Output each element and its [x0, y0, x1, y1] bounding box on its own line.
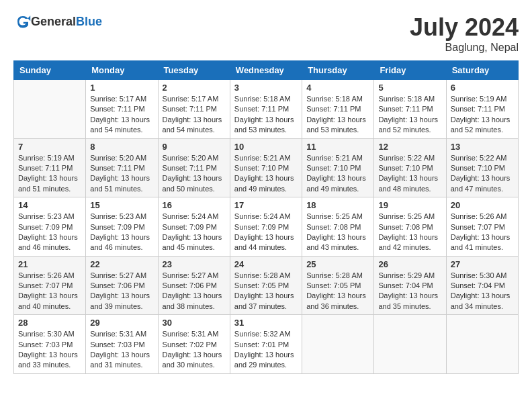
- table-row: 4Sunrise: 5:18 AMSunset: 7:11 PMDaylight…: [302, 80, 374, 139]
- day-number: 13: [451, 142, 514, 152]
- day-number: 31: [234, 318, 298, 328]
- table-row: 3Sunrise: 5:18 AMSunset: 7:11 PMDaylight…: [230, 80, 302, 139]
- table-row: 30Sunrise: 5:31 AMSunset: 7:02 PMDayligh…: [158, 315, 230, 374]
- table-row: 1Sunrise: 5:17 AMSunset: 7:11 PMDaylight…: [86, 80, 158, 139]
- col-monday: Monday: [86, 61, 158, 80]
- day-info: Sunrise: 5:26 AMSunset: 7:07 PMDaylight:…: [18, 271, 81, 312]
- table-row: 7Sunrise: 5:19 AMSunset: 7:11 PMDaylight…: [14, 138, 86, 197]
- calendar-week-row: 28Sunrise: 5:30 AMSunset: 7:03 PMDayligh…: [14, 315, 519, 374]
- day-number: 20: [451, 200, 514, 210]
- table-row: 11Sunrise: 5:21 AMSunset: 7:10 PMDayligh…: [302, 138, 374, 197]
- table-row: 19Sunrise: 5:25 AMSunset: 7:08 PMDayligh…: [374, 197, 446, 257]
- col-saturday: Saturday: [446, 61, 518, 80]
- table-row: 22Sunrise: 5:27 AMSunset: 7:06 PMDayligh…: [86, 256, 158, 315]
- table-row: 9Sunrise: 5:20 AMSunset: 7:11 PMDaylight…: [158, 138, 230, 197]
- col-thursday: Thursday: [302, 61, 374, 80]
- logo-general-text: General: [31, 15, 76, 29]
- table-row: 29Sunrise: 5:31 AMSunset: 7:03 PMDayligh…: [86, 315, 158, 374]
- day-info: Sunrise: 5:30 AMSunset: 7:04 PMDaylight:…: [451, 271, 514, 312]
- table-row: 14Sunrise: 5:23 AMSunset: 7:09 PMDayligh…: [14, 197, 86, 257]
- day-info: Sunrise: 5:28 AMSunset: 7:05 PMDaylight:…: [306, 271, 369, 312]
- day-number: 30: [163, 318, 226, 328]
- table-row: 15Sunrise: 5:23 AMSunset: 7:09 PMDayligh…: [86, 197, 158, 257]
- table-row: 28Sunrise: 5:30 AMSunset: 7:03 PMDayligh…: [14, 315, 86, 374]
- day-number: 6: [451, 83, 514, 93]
- table-row: 8Sunrise: 5:20 AMSunset: 7:11 PMDaylight…: [86, 138, 158, 197]
- table-row: 24Sunrise: 5:28 AMSunset: 7:05 PMDayligh…: [230, 256, 302, 315]
- day-number: 19: [378, 200, 441, 210]
- day-number: 21: [18, 259, 81, 269]
- day-number: 7: [18, 142, 81, 152]
- table-row: 21Sunrise: 5:26 AMSunset: 7:07 PMDayligh…: [14, 256, 86, 315]
- day-info: Sunrise: 5:18 AMSunset: 7:11 PMDaylight:…: [378, 94, 441, 136]
- day-info: Sunrise: 5:24 AMSunset: 7:09 PMDaylight:…: [163, 212, 226, 253]
- table-row: 13Sunrise: 5:22 AMSunset: 7:10 PMDayligh…: [446, 138, 518, 197]
- day-info: Sunrise: 5:27 AMSunset: 7:06 PMDaylight:…: [90, 271, 153, 312]
- table-row: 18Sunrise: 5:25 AMSunset: 7:08 PMDayligh…: [302, 197, 374, 257]
- day-number: 1: [90, 83, 153, 93]
- day-info: Sunrise: 5:22 AMSunset: 7:10 PMDaylight:…: [378, 153, 441, 195]
- calendar-week-row: 14Sunrise: 5:23 AMSunset: 7:09 PMDayligh…: [14, 197, 519, 257]
- day-number: 11: [306, 142, 369, 152]
- day-number: 4: [306, 83, 369, 93]
- day-number: 28: [18, 318, 81, 328]
- col-tuesday: Tuesday: [158, 61, 230, 80]
- day-info: Sunrise: 5:20 AMSunset: 7:11 PMDaylight:…: [163, 153, 226, 195]
- day-number: 17: [234, 200, 298, 210]
- day-number: 16: [163, 200, 226, 210]
- table-row: [446, 315, 518, 374]
- day-info: Sunrise: 5:25 AMSunset: 7:08 PMDaylight:…: [378, 212, 441, 253]
- day-info: Sunrise: 5:28 AMSunset: 7:05 PMDaylight:…: [234, 271, 298, 312]
- table-row: 10Sunrise: 5:21 AMSunset: 7:10 PMDayligh…: [230, 138, 302, 197]
- day-number: 22: [90, 259, 153, 269]
- month-year-title: July 2024: [410, 13, 519, 42]
- table-row: 27Sunrise: 5:30 AMSunset: 7:04 PMDayligh…: [446, 256, 518, 315]
- day-info: Sunrise: 5:18 AMSunset: 7:11 PMDaylight:…: [234, 94, 298, 136]
- day-number: 12: [378, 142, 441, 152]
- logo: General Blue: [13, 13, 102, 30]
- day-number: 26: [378, 259, 441, 269]
- day-info: Sunrise: 5:17 AMSunset: 7:11 PMDaylight:…: [90, 94, 153, 136]
- day-info: Sunrise: 5:23 AMSunset: 7:09 PMDaylight:…: [18, 212, 81, 253]
- day-number: 10: [234, 142, 298, 152]
- table-row: 16Sunrise: 5:24 AMSunset: 7:09 PMDayligh…: [158, 197, 230, 257]
- day-info: Sunrise: 5:21 AMSunset: 7:10 PMDaylight:…: [306, 153, 369, 195]
- table-row: 6Sunrise: 5:19 AMSunset: 7:11 PMDaylight…: [446, 80, 518, 139]
- day-number: 3: [234, 83, 298, 93]
- col-sunday: Sunday: [14, 61, 86, 80]
- day-info: Sunrise: 5:21 AMSunset: 7:10 PMDaylight:…: [234, 153, 298, 195]
- day-number: 8: [90, 142, 153, 152]
- calendar-header-row: Sunday Monday Tuesday Wednesday Thursday…: [14, 61, 519, 80]
- title-area: July 2024 Baglung, Nepal: [410, 13, 519, 54]
- table-row: [302, 315, 374, 374]
- day-number: 9: [163, 142, 226, 152]
- day-info: Sunrise: 5:26 AMSunset: 7:07 PMDaylight:…: [451, 212, 514, 253]
- location-subtitle: Baglung, Nepal: [410, 42, 519, 54]
- table-row: [14, 80, 86, 139]
- day-info: Sunrise: 5:25 AMSunset: 7:08 PMDaylight:…: [306, 212, 369, 253]
- day-number: 15: [90, 200, 153, 210]
- logo-icon: [15, 13, 31, 30]
- day-info: Sunrise: 5:19 AMSunset: 7:11 PMDaylight:…: [18, 153, 81, 195]
- day-number: 27: [451, 259, 514, 269]
- day-info: Sunrise: 5:18 AMSunset: 7:11 PMDaylight:…: [306, 94, 369, 136]
- day-number: 5: [378, 83, 441, 93]
- calendar-week-row: 21Sunrise: 5:26 AMSunset: 7:07 PMDayligh…: [14, 256, 519, 315]
- logo-blue-text: Blue: [76, 15, 102, 29]
- day-info: Sunrise: 5:27 AMSunset: 7:06 PMDaylight:…: [163, 271, 226, 312]
- table-row: 12Sunrise: 5:22 AMSunset: 7:10 PMDayligh…: [374, 138, 446, 197]
- calendar-week-row: 7Sunrise: 5:19 AMSunset: 7:11 PMDaylight…: [14, 138, 519, 197]
- day-info: Sunrise: 5:30 AMSunset: 7:03 PMDaylight:…: [18, 329, 81, 371]
- day-info: Sunrise: 5:24 AMSunset: 7:09 PMDaylight:…: [234, 212, 298, 253]
- day-info: Sunrise: 5:19 AMSunset: 7:11 PMDaylight:…: [451, 94, 514, 136]
- table-row: 23Sunrise: 5:27 AMSunset: 7:06 PMDayligh…: [158, 256, 230, 315]
- col-wednesday: Wednesday: [230, 61, 302, 80]
- table-row: 2Sunrise: 5:17 AMSunset: 7:11 PMDaylight…: [158, 80, 230, 139]
- table-row: 25Sunrise: 5:28 AMSunset: 7:05 PMDayligh…: [302, 256, 374, 315]
- day-info: Sunrise: 5:23 AMSunset: 7:09 PMDaylight:…: [90, 212, 153, 253]
- day-number: 25: [306, 259, 369, 269]
- table-row: 31Sunrise: 5:32 AMSunset: 7:01 PMDayligh…: [230, 315, 302, 374]
- day-info: Sunrise: 5:20 AMSunset: 7:11 PMDaylight:…: [90, 153, 153, 195]
- day-info: Sunrise: 5:22 AMSunset: 7:10 PMDaylight:…: [451, 153, 514, 195]
- day-info: Sunrise: 5:31 AMSunset: 7:02 PMDaylight:…: [163, 329, 226, 371]
